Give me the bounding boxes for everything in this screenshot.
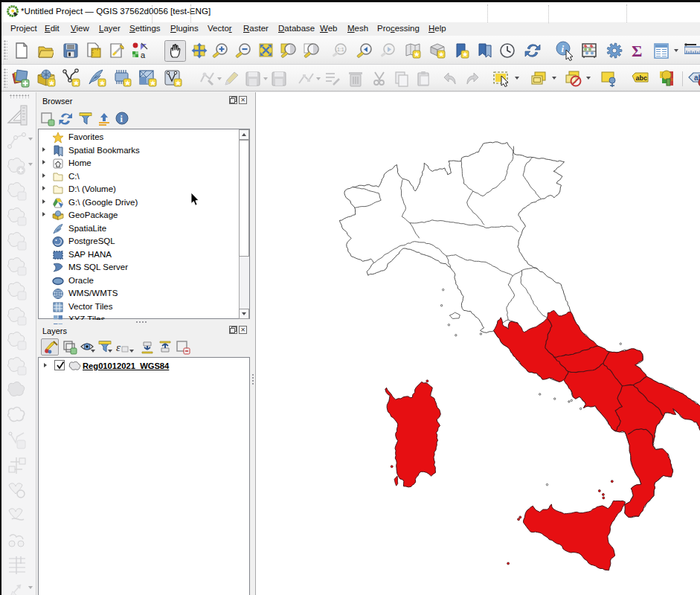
svg-text:i: i <box>562 43 565 54</box>
svg-text:abc: abc <box>636 74 648 82</box>
svg-text:Σ: Σ <box>632 42 642 59</box>
svg-text:a: a <box>141 51 146 59</box>
svg-text:ε: ε <box>116 341 121 353</box>
svg-text:1:1: 1:1 <box>337 47 344 52</box>
